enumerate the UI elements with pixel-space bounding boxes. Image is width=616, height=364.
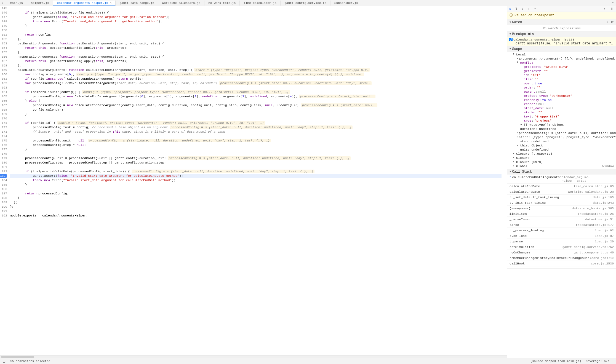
line-number[interactable]: 165 [2,94,7,99]
line-number[interactable]: 175 [2,138,7,143]
line-number[interactable]: 153 [2,41,7,46]
callstack-frame[interactable]: t._set_default_task_timingdata.js:103 [507,195,616,200]
code-line[interactable]: } else { [10,99,502,103]
expand-icon[interactable] [521,65,523,69]
line-number[interactable]: 180 [2,160,7,165]
line-number[interactable]: 150 [2,28,7,33]
code-content[interactable]: if (!helpers.isValidDate(config.end_date… [10,6,507,355]
callstack-frame[interactable]: callHookcore.js:2536 [507,261,616,266]
editor-tab[interactable]: Subscriber.js [330,1,362,6]
code-line[interactable]: processedConfig.step = null; [10,143,502,147]
line-number[interactable]: 145 [2,6,7,10]
line-gutter[interactable]: 1451461471481491501511521531541551561571… [0,6,10,355]
callstack-frame[interactable]: (anonymous)datastore_hooks.js:363 [507,206,616,211]
code-line[interactable]: processedConfig = new CalculateEndDateAr… [10,94,502,99]
scope-prop[interactable]: stepNo: "" [507,110,616,114]
line-number[interactable]: 186 [2,187,7,191]
callstack-frame[interactable]: setSimulationgantt-config.service.ts:752 [507,244,616,250]
expand-icon[interactable] [521,98,523,102]
refresh-watch-icon[interactable]: ⟳ [611,20,614,24]
code-line[interactable] [10,6,502,10]
line-number[interactable]: 163 [2,85,7,90]
line-number[interactable]: 179 [2,156,7,160]
scope-prop[interactable]: text: "Gruppo BIY3" [507,114,616,119]
callstack-frame[interactable]: $initItemtreedatastore.js:26 [507,211,616,217]
line-number[interactable]: 154 [2,46,7,50]
line-number[interactable]: 166 [2,99,7,103]
expand-icon[interactable] [521,94,523,98]
scope-prop[interactable]: item: "" [507,77,616,81]
code-line[interactable]: var config = arguments[0];config = {type… [10,72,502,77]
code-line[interactable]: return config; [10,33,502,37]
expand-icon[interactable] [521,82,523,85]
line-number[interactable]: 170 [2,116,7,121]
line-number[interactable]: 157 [2,59,7,63]
callstack-frame[interactable]: parsetreedatastore.js:177 [507,222,616,228]
code-line[interactable]: // ignore 'unit' and 'step' properties i… [10,130,502,134]
code-line[interactable]: if (config instanceof CalculateEndDateAr… [10,77,502,81]
scope-row[interactable]: step: undefined [507,139,616,143]
expand-icon[interactable]: ▶ [517,131,518,135]
callstack-frame[interactable]: rememberChangeHistoryAndInvokeOnChangesH… [507,255,616,261]
scope-prop[interactable]: parent: null [507,90,616,94]
code-line[interactable]: throw new Error("Invalid end_date argume… [10,19,502,24]
editor-tab[interactable]: gantt-config.service.ts [281,1,330,6]
step-icon[interactable]: → [534,7,538,11]
code-line[interactable]: processedConfig.unit = processedConfig.u… [10,156,502,160]
scope-row[interactable]: unit: undefined [507,148,616,152]
expand-icon[interactable] [517,127,519,131]
callstack-frame[interactable]: _parseInnerdatastore.js:51 [507,217,616,222]
code-line[interactable]: }; [10,205,502,209]
scope-closure[interactable]: ▶Closure (5978) [507,160,616,164]
code-line[interactable]: hasDurationArguments: function hasDurati… [10,55,502,59]
expand-icon[interactable]: ▶ [513,156,516,160]
line-number[interactable]: 162 [2,81,7,85]
scope-prop[interactable]: gridText1: "Gruppo BIY3" [507,65,616,69]
close-tab-icon[interactable]: × [110,1,112,5]
code-line[interactable]: processedConfig.unit = null;processedCon… [10,138,502,143]
expand-icon[interactable] [521,106,523,110]
code-line[interactable]: calculateEndDateArguments: function calc… [10,68,502,72]
callstack-frame[interactable]: calculateEndDateworktime_calendars.js:28 [507,189,616,195]
code-line[interactable]: processedConfig.task = config; // receiv… [10,125,502,130]
callstack-frame[interactable]: callHookscore.js:2495 [507,266,616,268]
expand-icon[interactable] [521,73,523,77]
code-line[interactable] [10,187,502,191]
expand-icon[interactable] [521,102,523,106]
line-number[interactable]: 178 [2,152,7,156]
code-line[interactable] [10,165,502,169]
expand-icon[interactable]: ▶ [513,160,516,164]
breakpoints-section-header[interactable]: ▼ Breakpoints [507,31,616,37]
line-number[interactable]: 155 [2,50,7,55]
code-line[interactable] [10,134,502,138]
scope-prop[interactable]: order: "" [507,85,616,90]
code-line[interactable]: if (helpers.isDate(config)) {config = {t… [10,90,502,94]
code-line[interactable] [10,152,502,156]
expand-icon[interactable] [521,115,523,118]
scope-closure[interactable]: ▶Closure [507,156,616,160]
step-into-icon[interactable]: ↓ [522,7,526,11]
callstack-frame[interactable]: t.parseload.js:29 [507,239,616,244]
line-number[interactable]: 190 [2,205,7,209]
code-line[interactable] [10,116,502,121]
expand-icon[interactable]: ▶ [517,144,519,147]
editor-tab[interactable]: no_work_time.js [204,1,240,6]
line-number[interactable]: 177 [2,147,7,152]
line-number[interactable]: 185 [2,183,7,187]
scope-closure[interactable]: ▶Closure (t.exports) [507,152,616,156]
code-line[interactable]: } [10,24,502,28]
code-line[interactable]: } [10,112,502,116]
callstack-section-header[interactable]: ▼ Call Stack [507,169,616,175]
callstack-frame[interactable]: ngOnChangesgantt.component.ts:46 [507,250,616,255]
scope-row[interactable]: ▶this: Object [507,143,616,148]
line-number[interactable]: 146 [2,10,7,15]
scope-prop[interactable]: type: "project" [507,119,616,123]
callstack-frame[interactable]: calculateEndDatetime_calculator.js:83 [507,184,616,189]
code-line[interactable]: }, [10,37,502,41]
code-line[interactable]: } [10,196,502,200]
code-line[interactable]: }, [10,63,502,68]
expand-icon[interactable] [521,90,523,93]
line-number[interactable]: 168 [2,108,7,112]
line-number[interactable]: 152 [2,37,7,41]
code-line[interactable]: getDurationArguments: function getDurati… [10,41,502,46]
